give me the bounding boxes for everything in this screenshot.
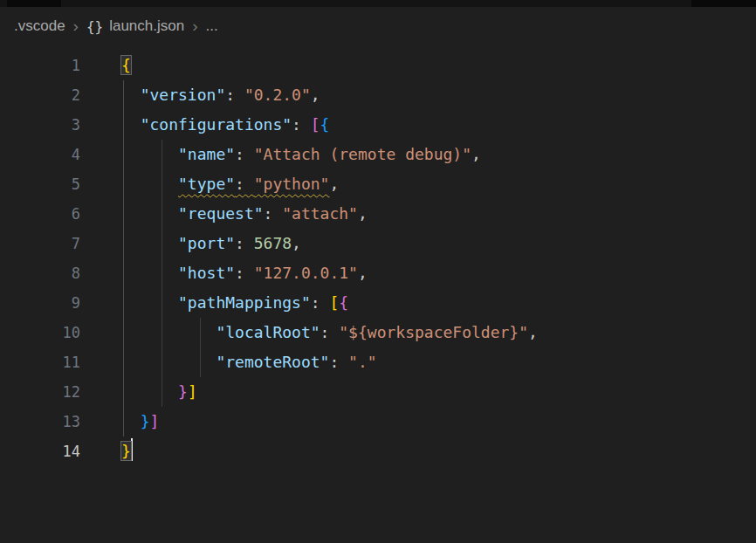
token-b2: {	[339, 293, 348, 312]
code-text: "configurations": [{	[121, 110, 329, 140]
token-key: "pathMappings"	[178, 293, 311, 312]
breadcrumb: .vscode › {} launch.json › ...	[0, 7, 756, 45]
token-key: "type"	[178, 175, 235, 193]
code-line-8[interactable]: 8 "host": "127.0.0.1",	[0, 258, 756, 288]
token-key: "host"	[178, 264, 235, 282]
code-text: {	[121, 51, 131, 80]
line-number[interactable]: 2	[0, 80, 80, 110]
tab-bar-edge	[0, 0, 756, 7]
line-number[interactable]: 8	[0, 258, 80, 288]
token-pun: :	[225, 86, 244, 104]
code-text: }	[121, 436, 133, 466]
token-pun: :	[320, 323, 340, 341]
token-pun: :	[264, 204, 283, 223]
code-line-9[interactable]: 9 "pathMappings": [{	[0, 288, 756, 318]
text-cursor	[131, 438, 133, 461]
code-line-10[interactable]: 10 "localRoot": "${workspaceFolder}",	[0, 318, 756, 347]
code-line-4[interactable]: 4 "name": "Attach (remote debug)",	[0, 140, 756, 169]
code-line-1[interactable]: 1{	[0, 51, 756, 80]
code-line-13[interactable]: 13 }]	[0, 407, 756, 436]
whitespace	[121, 115, 141, 134]
code-text: "name": "Attach (remote debug)",	[121, 140, 481, 169]
token-pun: ,	[292, 234, 301, 252]
token-str: "attach"	[282, 204, 358, 223]
token-b2: }	[178, 382, 188, 401]
token-pun: :	[311, 293, 330, 312]
token-key: "request"	[178, 204, 264, 223]
token-pun: ,	[471, 145, 481, 163]
token-b1: [	[329, 293, 339, 312]
code-editor[interactable]: 1{2 "version": "0.2.0",3 "configurations…	[0, 45, 756, 543]
line-number[interactable]: 5	[0, 169, 80, 199]
breadcrumb-symbols-ellipsis[interactable]: ...	[206, 17, 218, 35]
token-b2: [	[311, 115, 320, 134]
code-line-6[interactable]: 6 "request": "attach",	[0, 199, 756, 229]
token-str: "${workspaceFolder}"	[339, 323, 528, 341]
token-key: "remoteRoot"	[216, 353, 329, 371]
breadcrumb-file[interactable]: launch.json	[109, 17, 184, 35]
line-number[interactable]: 11	[0, 347, 80, 377]
code-text: "type": "python",	[121, 169, 339, 199]
whitespace	[121, 175, 178, 193]
token-str: "."	[348, 353, 377, 371]
code-line-11[interactable]: 11 "remoteRoot": "."	[0, 347, 756, 377]
whitespace	[121, 293, 178, 312]
token-b1: ]	[188, 382, 197, 401]
code-text: "host": "127.0.0.1",	[121, 258, 368, 288]
token-pun: ,	[358, 204, 368, 223]
token-pun: ,	[528, 323, 538, 341]
code-line-14[interactable]: 14}	[0, 436, 756, 466]
whitespace	[121, 353, 216, 371]
whitespace	[121, 412, 141, 430]
code-text: "port": 5678,	[121, 229, 301, 258]
line-number[interactable]: 9	[0, 288, 80, 318]
token-b3: }	[141, 412, 150, 430]
code-line-12[interactable]: 12 }]	[0, 377, 756, 407]
token-key: "localRoot"	[216, 323, 320, 341]
whitespace	[121, 323, 216, 341]
tab-separator	[691, 0, 756, 7]
line-number[interactable]: 7	[0, 229, 80, 258]
token-b3: {	[320, 115, 330, 134]
line-number[interactable]: 4	[0, 140, 80, 169]
token-key: "name"	[178, 145, 235, 163]
line-number[interactable]: 10	[0, 318, 80, 347]
code-text: }]	[121, 377, 197, 407]
whitespace	[121, 86, 141, 104]
token-pun: :	[292, 115, 311, 134]
token-pun: :	[329, 353, 348, 371]
code-text: "localRoot": "${workspaceFolder}",	[121, 318, 538, 347]
line-number[interactable]: 6	[0, 199, 80, 229]
code-line-3[interactable]: 3 "configurations": [{	[0, 110, 756, 140]
code-line-7[interactable]: 7 "port": 5678,	[0, 229, 756, 258]
token-key: "port"	[178, 234, 235, 252]
chevron-right-icon: ›	[192, 17, 197, 34]
token-pun: ,	[329, 175, 339, 193]
token-b1: }	[121, 442, 131, 460]
code-text: }]	[121, 407, 159, 436]
tab-separator	[7, 0, 61, 7]
line-number[interactable]: 12	[0, 377, 80, 407]
line-number[interactable]: 13	[0, 407, 80, 436]
line-number[interactable]: 3	[0, 110, 80, 140]
token-pun: ,	[358, 264, 368, 282]
line-number[interactable]: 14	[0, 436, 80, 466]
line-number[interactable]: 1	[0, 51, 80, 80]
token-str: "127.0.0.1"	[254, 264, 358, 282]
token-pun: :	[235, 145, 254, 163]
breadcrumb-folder[interactable]: .vscode	[14, 17, 65, 35]
token-str: "python"	[254, 175, 330, 193]
token-b2: ]	[150, 412, 160, 430]
code-line-2[interactable]: 2 "version": "0.2.0",	[0, 80, 756, 110]
warning-squiggle: "type": "python"	[178, 175, 329, 193]
token-str: "Attach (remote debug)"	[254, 145, 471, 163]
token-pun: :	[235, 264, 254, 282]
token-str: "0.2.0"	[244, 86, 311, 104]
token-pun: ,	[311, 86, 320, 104]
code-text: "remoteRoot": "."	[121, 347, 377, 377]
whitespace	[121, 234, 178, 252]
code-text: "version": "0.2.0",	[121, 80, 320, 110]
chevron-right-icon: ›	[73, 17, 79, 34]
code-line-5[interactable]: 5 "type": "python",	[0, 169, 756, 199]
code-lines: 1{2 "version": "0.2.0",3 "configurations…	[0, 51, 756, 466]
